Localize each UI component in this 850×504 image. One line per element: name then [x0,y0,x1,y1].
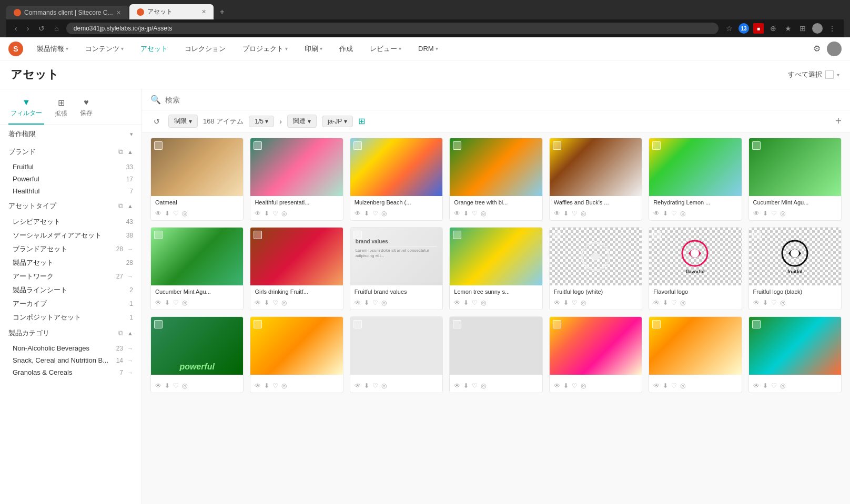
block-icon-orange[interactable]: ◎ [481,210,486,217]
download-icon-girls[interactable]: ⬇ [264,299,269,306]
asset-checkbox-brand-values[interactable] [353,231,362,239]
home-button[interactable]: ⌂ [52,23,60,34]
asset-checkbox-tropical-scene[interactable] [752,320,761,328]
restrict-button[interactable]: 制限 ▾ [168,115,198,128]
download-icon-citrus[interactable]: ⬇ [563,382,569,389]
view-icon-tropical-drink[interactable]: 👁 [653,382,660,389]
asset-card-tropical-drink[interactable]: 👁 ⬇ ♡ ◎ [649,316,742,393]
tab-close-2[interactable]: ✕ [201,8,206,15]
download-icon-doc2[interactable]: ⬇ [463,382,469,389]
asset-checkbox-doc2[interactable] [453,320,461,328]
filter-item-linesheet[interactable]: 製品ラインシート 2 [0,283,141,297]
asset-checkbox-fruitful-black[interactable] [752,231,761,239]
block-icon-fruitful-black[interactable]: ◎ [780,299,785,306]
like-icon-cocktail[interactable]: ♡ [272,382,278,389]
view-icon-cucumber2[interactable]: 👁 [155,299,161,306]
extension-icon-4[interactable]: ⊞ [797,23,808,34]
view-icon-citrus[interactable]: 👁 [554,382,560,389]
view-icon-lemon[interactable]: 👁 [653,210,660,217]
block-icon-logo-white[interactable]: ◎ [581,299,586,306]
download-icon-tropical-scene[interactable]: ⬇ [763,382,768,389]
refresh-button[interactable]: ↺ [36,23,47,34]
block-icon-cucumber2[interactable]: ◎ [182,299,187,306]
like-icon-powerful[interactable]: ♡ [173,382,179,389]
filter-item-healthful[interactable]: Healthful 7 [0,185,141,197]
view-icon-flavorful-logo[interactable]: 👁 [653,299,660,306]
extension-icon-2[interactable]: ⊕ [768,23,778,34]
like-icon-girls[interactable]: ♡ [272,299,278,306]
nav-item-review[interactable]: レビュー ▾ [367,42,404,56]
grid-view-button[interactable]: ⊞ [358,116,365,126]
view-icon-waffles[interactable]: 👁 [554,210,560,217]
asset-card-cucumber2[interactable]: Cucumber Mint Agu... 👁 ⬇ ♡ ◎ [150,227,244,310]
like-icon-waffles[interactable]: ♡ [572,210,578,217]
filter-item-product-asset[interactable]: 製品アセット 28 [0,256,141,270]
add-button[interactable]: + [835,115,842,127]
section-header-assettype[interactable]: アセットタイプ ⧉ ▲ [0,197,141,215]
asset-checkbox-powerful[interactable] [154,320,163,328]
asset-checkbox-beach[interactable] [353,141,362,150]
filter-item-powerful[interactable]: Powerful 17 [0,173,141,185]
sidebar-tab-filter[interactable]: ▼ フィルター [8,95,44,125]
like-icon-beach[interactable]: ♡ [372,210,378,217]
filter-item-recipe[interactable]: レシピアセット 43 [0,215,141,229]
asset-checkbox-girls[interactable] [254,231,262,239]
browser-tab-1[interactable]: Commands client | Sitecore C... ✕ [6,6,128,19]
like-icon-doc1[interactable]: ♡ [372,382,378,389]
filter-item-brand-asset[interactable]: ブランドアセット 28 → [0,242,141,256]
view-icon-lemon-tree[interactable]: 👁 [454,299,460,306]
asset-checkbox-waffles[interactable] [553,141,561,150]
block-icon-doc1[interactable]: ◎ [381,382,387,389]
block-icon-lemon[interactable]: ◎ [680,210,685,217]
download-icon-beach[interactable]: ⬇ [364,210,369,217]
download-icon-cucumber1[interactable]: ⬇ [763,210,768,217]
asset-checkbox-oatmeal[interactable] [154,141,163,150]
like-icon-lemon[interactable]: ♡ [671,210,677,217]
address-input[interactable] [66,23,719,34]
block-icon-brand-values[interactable]: ◎ [381,299,387,306]
search-input[interactable] [165,96,842,104]
asset-card-girls[interactable]: Girls drinking Fruitf... 👁 ⬇ ♡ ◎ [250,227,343,310]
like-icon-tropical-scene[interactable]: ♡ [771,382,777,389]
sidebar-tab-save[interactable]: ♥ 保存 [78,95,95,125]
view-icon-oatmeal[interactable]: 👁 [155,210,161,217]
block-icon-flavorful-logo[interactable]: ◎ [680,299,685,306]
download-icon-oatmeal[interactable]: ⬇ [165,210,170,217]
block-icon-powerful[interactable]: ◎ [182,382,187,389]
nav-item-contents[interactable]: コンテンツ ▾ [82,42,127,56]
block-icon-cucumber1[interactable]: ◎ [780,210,785,217]
asset-card-flavorful-logo[interactable]: flavorful Flavorful logo 👁 ⬇ ♡ ◎ [649,227,742,310]
browser-tab-2[interactable]: アセット ✕ [129,4,214,19]
relevance-button[interactable]: 関連 ▾ [287,115,317,128]
asset-checkbox-logo-white[interactable] [553,231,561,239]
asset-card-tropical-scene[interactable]: 👁 ⬇ ♡ ◎ [748,316,842,393]
block-icon-citrus[interactable]: ◎ [581,382,586,389]
profile-icon-13[interactable]: 13 [738,23,749,34]
like-icon-oatmeal[interactable]: ♡ [173,210,179,217]
section-header-category[interactable]: 製品カテゴリ ⧉ ▲ [0,324,141,342]
asset-card-oatmeal[interactable]: Oatmeal 👁 ⬇ ♡ ◎ [150,138,244,221]
asset-checkbox-flavorful-logo[interactable] [652,231,661,239]
asset-card-citrus[interactable]: 👁 ⬇ ♡ ◎ [549,316,642,393]
download-icon-orange[interactable]: ⬇ [463,210,469,217]
like-icon-tropical-drink[interactable]: ♡ [671,382,677,389]
asset-card-lemon-tree[interactable]: Lemon tree sunny s... 👁 ⬇ ♡ ◎ [449,227,542,310]
like-icon-brand-values[interactable]: ♡ [372,299,378,306]
like-icon-cucumber1[interactable]: ♡ [771,210,777,217]
view-icon-cucumber1[interactable]: 👁 [753,210,760,217]
section-header-brand[interactable]: ブランド ⧉ ▲ [0,143,141,161]
filter-item-archive[interactable]: アーカイブ 1 [0,297,141,311]
block-icon-oatmeal[interactable]: ◎ [182,210,187,217]
download-icon-powerful[interactable]: ⬇ [165,382,170,389]
download-icon-logo-white[interactable]: ⬇ [563,299,569,306]
user-avatar[interactable] [827,42,842,56]
view-icon-beach[interactable]: 👁 [355,210,361,217]
block-icon-lemon-tree[interactable]: ◎ [481,299,486,306]
block-icon-doc2[interactable]: ◎ [481,382,486,389]
asset-checkbox-cucumber2[interactable] [154,231,163,239]
download-icon-cucumber2[interactable]: ⬇ [165,299,170,306]
asset-card-cocktail[interactable]: 👁 ⬇ ♡ ◎ [250,316,343,393]
asset-card-powerful[interactable]: powerful 👁 ⬇ ♡ ◎ [150,316,244,393]
asset-checkbox-cocktail[interactable] [254,320,262,328]
view-icon-doc2[interactable]: 👁 [454,382,460,389]
